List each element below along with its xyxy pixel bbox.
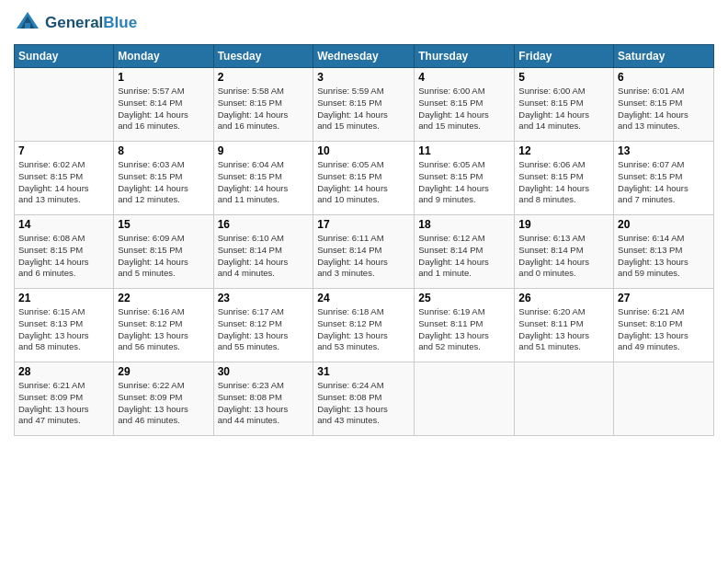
day-cell: 11Sunrise: 6:05 AM Sunset: 8:15 PM Dayli…	[415, 142, 515, 215]
calendar-header: SundayMondayTuesdayWednesdayThursdayFrid…	[15, 45, 714, 68]
day-number: 18	[418, 218, 510, 231]
day-info: Sunrise: 6:02 AM Sunset: 8:15 PM Dayligh…	[18, 159, 109, 206]
day-cell: 29Sunrise: 6:22 AM Sunset: 8:09 PM Dayli…	[114, 362, 213, 436]
header-cell-tuesday: Tuesday	[213, 45, 313, 68]
day-cell: 23Sunrise: 6:17 AM Sunset: 8:12 PM Dayli…	[213, 289, 313, 362]
day-info: Sunrise: 6:04 AM Sunset: 8:15 PM Dayligh…	[218, 159, 310, 206]
day-number: 7	[18, 144, 109, 157]
day-number: 29	[118, 365, 209, 378]
day-number: 16	[218, 218, 310, 231]
day-number: 11	[418, 144, 510, 157]
day-cell: 27Sunrise: 6:21 AM Sunset: 8:10 PM Dayli…	[614, 289, 714, 362]
day-info: Sunrise: 6:10 AM Sunset: 8:14 PM Dayligh…	[218, 233, 310, 280]
day-number: 6	[618, 71, 710, 84]
calendar-body: 1Sunrise: 5:57 AM Sunset: 8:14 PM Daylig…	[15, 68, 714, 436]
day-number: 9	[218, 144, 310, 157]
day-cell: 20Sunrise: 6:14 AM Sunset: 8:13 PM Dayli…	[614, 215, 714, 289]
day-info: Sunrise: 6:14 AM Sunset: 8:13 PM Dayligh…	[618, 233, 710, 280]
day-number: 21	[18, 292, 109, 304]
day-info: Sunrise: 6:13 AM Sunset: 8:14 PM Dayligh…	[518, 233, 609, 280]
day-cell: 16Sunrise: 6:10 AM Sunset: 8:14 PM Dayli…	[213, 215, 313, 289]
day-info: Sunrise: 6:18 AM Sunset: 8:12 PM Dayligh…	[317, 306, 410, 353]
day-info: Sunrise: 6:12 AM Sunset: 8:14 PM Dayligh…	[418, 233, 510, 280]
day-number: 23	[218, 292, 310, 304]
day-info: Sunrise: 6:21 AM Sunset: 8:10 PM Dayligh…	[618, 306, 710, 353]
week-row-5: 28Sunrise: 6:21 AM Sunset: 8:09 PM Dayli…	[15, 362, 714, 436]
day-number: 19	[518, 218, 609, 231]
day-info: Sunrise: 6:24 AM Sunset: 8:08 PM Dayligh…	[317, 380, 410, 427]
day-number: 20	[618, 218, 710, 231]
day-info: Sunrise: 6:20 AM Sunset: 8:11 PM Dayligh…	[518, 306, 609, 353]
day-cell: 9Sunrise: 6:04 AM Sunset: 8:15 PM Daylig…	[213, 142, 313, 215]
day-cell: 1Sunrise: 5:57 AM Sunset: 8:14 PM Daylig…	[114, 68, 213, 142]
day-number: 22	[118, 292, 209, 304]
day-number: 15	[118, 218, 209, 231]
day-info: Sunrise: 6:07 AM Sunset: 8:15 PM Dayligh…	[618, 159, 710, 206]
day-info: Sunrise: 6:11 AM Sunset: 8:14 PM Dayligh…	[317, 233, 410, 280]
day-info: Sunrise: 6:00 AM Sunset: 8:15 PM Dayligh…	[418, 86, 510, 132]
day-number: 4	[418, 71, 510, 84]
day-cell: 3Sunrise: 5:59 AM Sunset: 8:15 PM Daylig…	[313, 68, 415, 142]
day-number: 13	[618, 144, 710, 157]
day-number: 1	[118, 71, 209, 84]
day-cell: 17Sunrise: 6:11 AM Sunset: 8:14 PM Dayli…	[313, 215, 415, 289]
day-info: Sunrise: 6:00 AM Sunset: 8:15 PM Dayligh…	[518, 86, 609, 132]
day-cell: 12Sunrise: 6:06 AM Sunset: 8:15 PM Dayli…	[515, 142, 614, 215]
day-cell: 6Sunrise: 6:01 AM Sunset: 8:15 PM Daylig…	[614, 68, 714, 142]
week-row-3: 14Sunrise: 6:08 AM Sunset: 8:15 PM Dayli…	[15, 215, 714, 289]
day-info: Sunrise: 6:06 AM Sunset: 8:15 PM Dayligh…	[518, 159, 609, 206]
day-number: 14	[18, 218, 109, 231]
logo: GeneralBlue	[14, 9, 137, 37]
calendar-table: SundayMondayTuesdayWednesdayThursdayFrid…	[14, 44, 714, 436]
day-info: Sunrise: 5:59 AM Sunset: 8:15 PM Dayligh…	[317, 86, 410, 132]
day-number: 28	[18, 365, 109, 378]
day-info: Sunrise: 6:23 AM Sunset: 8:08 PM Dayligh…	[218, 380, 310, 427]
day-cell: 14Sunrise: 6:08 AM Sunset: 8:15 PM Dayli…	[15, 215, 114, 289]
header-cell-wednesday: Wednesday	[313, 45, 415, 68]
day-info: Sunrise: 6:01 AM Sunset: 8:15 PM Dayligh…	[618, 86, 710, 132]
day-number: 17	[317, 218, 410, 231]
day-cell: 26Sunrise: 6:20 AM Sunset: 8:11 PM Dayli…	[515, 289, 614, 362]
day-cell: 4Sunrise: 6:00 AM Sunset: 8:15 PM Daylig…	[415, 68, 515, 142]
week-row-2: 7Sunrise: 6:02 AM Sunset: 8:15 PM Daylig…	[15, 142, 714, 215]
day-cell	[415, 362, 515, 436]
day-number: 3	[317, 71, 410, 84]
logo-icon	[14, 9, 41, 37]
day-cell: 10Sunrise: 6:05 AM Sunset: 8:15 PM Dayli…	[313, 142, 415, 215]
day-cell: 13Sunrise: 6:07 AM Sunset: 8:15 PM Dayli…	[614, 142, 714, 215]
header-cell-sunday: Sunday	[15, 45, 114, 68]
day-info: Sunrise: 6:19 AM Sunset: 8:11 PM Dayligh…	[418, 306, 510, 353]
logo-text: GeneralBlue	[45, 14, 137, 32]
day-cell: 21Sunrise: 6:15 AM Sunset: 8:13 PM Dayli…	[15, 289, 114, 362]
header-cell-saturday: Saturday	[614, 45, 714, 68]
day-info: Sunrise: 6:05 AM Sunset: 8:15 PM Dayligh…	[418, 159, 510, 206]
day-cell: 19Sunrise: 6:13 AM Sunset: 8:14 PM Dayli…	[515, 215, 614, 289]
day-number: 5	[518, 71, 609, 84]
day-number: 30	[218, 365, 310, 378]
day-cell: 30Sunrise: 6:23 AM Sunset: 8:08 PM Dayli…	[213, 362, 313, 436]
day-info: Sunrise: 6:09 AM Sunset: 8:15 PM Dayligh…	[118, 233, 209, 280]
day-number: 12	[518, 144, 609, 157]
page-container: GeneralBlue SundayMondayTuesdayWednesday…	[0, 0, 728, 445]
day-info: Sunrise: 6:22 AM Sunset: 8:09 PM Dayligh…	[118, 380, 209, 427]
day-cell: 2Sunrise: 5:58 AM Sunset: 8:15 PM Daylig…	[213, 68, 313, 142]
svg-rect-2	[25, 23, 30, 29]
day-cell: 5Sunrise: 6:00 AM Sunset: 8:15 PM Daylig…	[515, 68, 614, 142]
day-cell: 8Sunrise: 6:03 AM Sunset: 8:15 PM Daylig…	[114, 142, 213, 215]
day-number: 25	[418, 292, 510, 304]
week-row-4: 21Sunrise: 6:15 AM Sunset: 8:13 PM Dayli…	[15, 289, 714, 362]
day-number: 24	[317, 292, 410, 304]
day-number: 27	[618, 292, 710, 304]
day-cell: 15Sunrise: 6:09 AM Sunset: 8:15 PM Dayli…	[114, 215, 213, 289]
day-number: 10	[317, 144, 410, 157]
day-info: Sunrise: 6:16 AM Sunset: 8:12 PM Dayligh…	[118, 306, 209, 353]
day-cell: 24Sunrise: 6:18 AM Sunset: 8:12 PM Dayli…	[313, 289, 415, 362]
day-info: Sunrise: 6:08 AM Sunset: 8:15 PM Dayligh…	[18, 233, 109, 280]
day-number: 8	[118, 144, 209, 157]
day-info: Sunrise: 6:03 AM Sunset: 8:15 PM Dayligh…	[118, 159, 209, 206]
day-cell: 7Sunrise: 6:02 AM Sunset: 8:15 PM Daylig…	[15, 142, 114, 215]
header-cell-friday: Friday	[515, 45, 614, 68]
day-cell: 22Sunrise: 6:16 AM Sunset: 8:12 PM Dayli…	[114, 289, 213, 362]
header-cell-monday: Monday	[114, 45, 213, 68]
day-number: 2	[218, 71, 310, 84]
